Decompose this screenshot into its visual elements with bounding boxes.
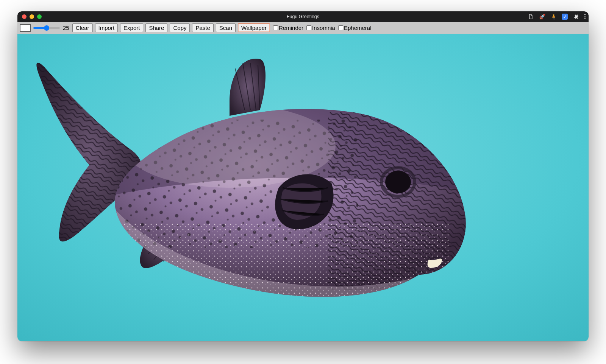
insomnia-checkbox[interactable]: Insomnia	[306, 25, 335, 31]
extension-rocket-icon[interactable]: 🚀	[539, 14, 545, 20]
insomnia-label: Insomnia	[312, 25, 335, 31]
close-icon[interactable]	[22, 14, 27, 19]
ephemeral-checkbox[interactable]: Ephemeral	[338, 25, 372, 31]
clear-button[interactable]: Clear	[72, 23, 93, 32]
window-controls	[22, 14, 42, 19]
wallpaper-button[interactable]: Wallpaper	[238, 23, 270, 32]
brush-size-slider[interactable]	[33, 24, 60, 32]
fullscreen-icon[interactable]	[37, 14, 42, 19]
minimize-icon[interactable]	[30, 14, 34, 19]
ephemeral-label: Ephemeral	[344, 25, 372, 31]
menu-icon[interactable]	[584, 14, 586, 19]
reminder-checkbox[interactable]: Reminder	[273, 25, 303, 31]
toolbar: 25 Clear Import Export Share Copy Paste …	[17, 22, 589, 34]
puzzle-icon[interactable]	[573, 14, 579, 20]
copy-button[interactable]: Copy	[170, 23, 190, 32]
export-button[interactable]: Export	[120, 23, 143, 32]
app-window: Fugu Greetings 🚀 🧍 ✓	[17, 11, 589, 341]
canvas-area[interactable]	[17, 34, 589, 341]
svg-point-18	[385, 171, 411, 193]
extension-check-icon[interactable]: ✓	[562, 14, 568, 20]
titlebar: Fugu Greetings 🚀 🧍 ✓	[17, 11, 589, 22]
window-title: Fugu Greetings	[17, 14, 589, 19]
titlebar-right: 🚀 🧍 ✓	[528, 14, 586, 20]
reminder-label: Reminder	[279, 25, 303, 31]
share-button[interactable]: Share	[145, 23, 167, 32]
file-icon[interactable]	[528, 14, 534, 20]
scan-button[interactable]: Scan	[216, 23, 236, 32]
import-button[interactable]: Import	[95, 23, 118, 32]
color-swatch[interactable]	[20, 24, 31, 32]
slider-value: 25	[62, 25, 70, 31]
extension-person-icon[interactable]: 🧍	[550, 14, 556, 20]
paste-button[interactable]: Paste	[192, 23, 213, 32]
